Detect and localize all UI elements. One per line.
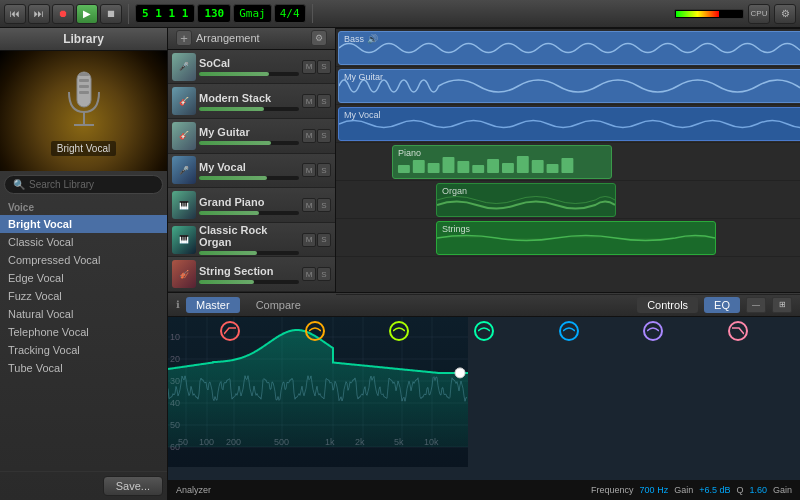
svg-rect-0 [77, 72, 91, 107]
lane-empty [336, 257, 800, 295]
svg-rect-2 [79, 79, 89, 82]
track-info-myvocal: My Vocal [199, 161, 299, 180]
track-icon-classicorgan: 🎹 [172, 226, 196, 254]
track-name-socalc: SoCal [199, 57, 299, 69]
eq-band-7-icon [732, 327, 744, 335]
eq-band-2-handle[interactable] [305, 321, 325, 341]
track-fader-myguitar[interactable] [199, 141, 299, 145]
track-info-myguitar: My Guitar [199, 126, 299, 145]
svg-rect-8 [413, 160, 425, 173]
add-track-button[interactable]: + [176, 30, 192, 46]
eq-band-6-handle[interactable] [643, 321, 663, 341]
clip-waveform-piano [393, 145, 611, 179]
eq-expand-button[interactable]: ⊞ [772, 297, 792, 313]
solo-button-strings[interactable]: S [317, 267, 331, 281]
solo-button-myguitar[interactable]: S [317, 129, 331, 143]
voice-item-edge-vocal[interactable]: Edge Vocal [0, 269, 167, 287]
clip-strings-1[interactable]: Strings [436, 221, 716, 255]
svg-rect-13 [487, 159, 499, 173]
mute-button-socalc[interactable]: M [302, 60, 316, 74]
eq-tab-eq[interactable]: EQ [704, 297, 740, 313]
stop-button[interactable]: ⏹ [100, 4, 122, 24]
track-row-modernstack: 🎸 Modern Stack M S [168, 84, 335, 119]
voice-item-natural-vocal[interactable]: Natural Vocal [0, 305, 167, 323]
svg-rect-7 [398, 165, 410, 173]
eq-band-7-handle[interactable] [728, 321, 748, 341]
eq-minimize-button[interactable]: — [746, 297, 766, 313]
lane-piano: Piano [336, 143, 800, 181]
voice-item-classic-vocal[interactable]: Classic Vocal [0, 233, 167, 251]
voice-item-compressed-vocal[interactable]: Compressed Vocal [0, 251, 167, 269]
eq-band-4-handle[interactable] [474, 321, 494, 341]
eq-tab-master[interactable]: Master [186, 297, 240, 313]
solo-button-grandpiano[interactable]: S [317, 198, 331, 212]
eq-gain-value: +6.5 dB [699, 485, 730, 495]
eq-header: ℹ Master Compare Controls EQ — ⊞ [168, 293, 800, 317]
voice-item-tracking-vocal[interactable]: Tracking Vocal [0, 341, 167, 359]
solo-button-classicorgan[interactable]: S [317, 233, 331, 247]
track-btns-modernstack: M S [302, 94, 331, 108]
track-info-grandpiano: Grand Piano [199, 196, 299, 215]
mute-button-classicorgan[interactable]: M [302, 233, 316, 247]
track-fader-strings[interactable] [199, 280, 299, 284]
cpu-button[interactable]: CPU [748, 4, 770, 24]
save-button[interactable]: Save... [103, 476, 163, 496]
forward-button[interactable]: ⏭ [28, 4, 50, 24]
time-sig-display[interactable]: 4/4 [274, 4, 306, 23]
track-info-socalc: SoCal [199, 57, 299, 76]
track-lanes: Bass 🔊 My Guitar [336, 29, 800, 295]
clip-organ-1[interactable]: Organ [436, 183, 616, 217]
mute-button-myguitar[interactable]: M [302, 129, 316, 143]
track-fader-grandpiano[interactable] [199, 211, 299, 215]
track-fader-classicorgan[interactable] [199, 251, 299, 255]
search-placeholder: Search Library [29, 179, 94, 190]
rewind-button[interactable]: ⏮ [4, 4, 26, 24]
voice-item-fuzz-vocal[interactable]: Fuzz Vocal [0, 287, 167, 305]
eq-info-icon: ℹ [176, 299, 180, 310]
key-display[interactable]: Gmaj [233, 4, 272, 23]
arrangement-settings-button[interactable]: ⚙ [311, 30, 327, 46]
track-name-myguitar: My Guitar [199, 126, 299, 138]
clip-myguitar-1[interactable]: My Guitar [338, 69, 800, 103]
eq-band-3-handle[interactable] [389, 321, 409, 341]
eq-band-1-icon [224, 327, 236, 335]
track-fader-myvocal[interactable] [199, 176, 299, 180]
clip-label-piano: Piano [395, 148, 424, 158]
play-button[interactable]: ▶ [76, 4, 98, 24]
eq-q-value: 1.60 [749, 485, 767, 495]
eq-tab-controls[interactable]: Controls [637, 297, 698, 313]
settings-button[interactable]: ⚙ [774, 4, 796, 24]
voice-item-telephone-vocal[interactable]: Telephone Vocal [0, 323, 167, 341]
eq-band-5-handle[interactable] [559, 321, 579, 341]
track-name-classicorgan: Classic Rock Organ [199, 224, 299, 248]
track-fader-socalc[interactable] [199, 72, 299, 76]
eq-tab-compare[interactable]: Compare [246, 297, 311, 313]
search-box[interactable]: 🔍 Search Library [4, 175, 163, 194]
solo-button-myvocal[interactable]: S [317, 163, 331, 177]
lane-organ: Organ [336, 181, 800, 219]
voice-item-bright-vocal[interactable]: Bright Vocal [0, 215, 167, 233]
mic-icon [59, 67, 109, 137]
mute-button-modernstack[interactable]: M [302, 94, 316, 108]
eq-band-4-icon [478, 327, 490, 335]
track-btns-classicorgan: M S [302, 233, 331, 247]
solo-button-socalc[interactable]: S [317, 60, 331, 74]
voice-section-label: Voice [0, 198, 167, 215]
clip-myvocal-1[interactable]: My Vocal [338, 107, 800, 141]
eq-band-1-handle[interactable] [220, 321, 240, 341]
track-fader-modernstack[interactable] [199, 107, 299, 111]
clip-piano-1[interactable]: Piano [392, 145, 612, 179]
svg-rect-11 [457, 161, 469, 173]
clip-socalc-1[interactable]: Bass 🔊 [338, 31, 800, 65]
svg-rect-14 [502, 163, 514, 173]
solo-button-modernstack[interactable]: S [317, 94, 331, 108]
mute-button-myvocal[interactable]: M [302, 163, 316, 177]
record-button[interactable]: ⏺ [52, 4, 74, 24]
search-icon: 🔍 [13, 179, 25, 190]
voice-item-tube-vocal[interactable]: Tube Vocal [0, 359, 167, 377]
track-row-classicorgan: 🎹 Classic Rock Organ M S [168, 223, 335, 258]
mute-button-strings[interactable]: M [302, 267, 316, 281]
clip-waveform-myvocal [339, 107, 800, 141]
bpm-display[interactable]: 130 [197, 4, 231, 23]
mute-button-grandpiano[interactable]: M [302, 198, 316, 212]
